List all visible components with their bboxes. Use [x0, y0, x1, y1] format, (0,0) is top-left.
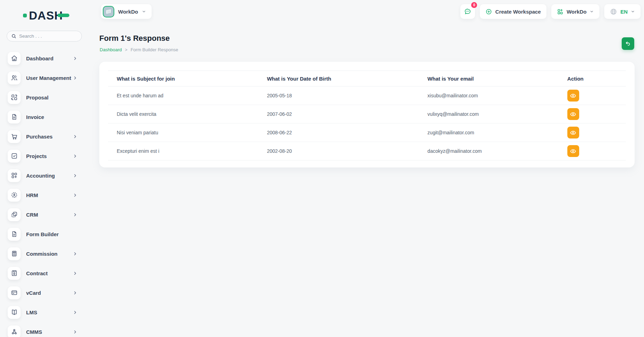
create-workspace-label: Create Workspace — [495, 9, 541, 15]
cell-email: dacokyz@mailinator.com — [419, 142, 559, 160]
sidebar-item-crm[interactable]: CRM — [0, 205, 89, 224]
cell-action — [559, 105, 626, 123]
sidebar-item-user-management[interactable]: User Management — [0, 68, 89, 88]
responses-table: What is Subject for joinWhat is Your Dat… — [108, 70, 626, 160]
chat-icon — [464, 8, 472, 15]
table-body: Et est unde harum ad2005-05-18xisubu@mai… — [108, 87, 626, 160]
cell-subject: Et est unde harum ad — [108, 87, 258, 105]
chevron-right-icon — [73, 56, 77, 61]
table-header-row: What is Subject for joinWhat is Your Dat… — [108, 71, 626, 87]
header-actions: 0 Create Workspace WorkDo EN — [460, 4, 641, 19]
cell-subject: Dicta velit exercita — [108, 105, 258, 123]
cell-action — [559, 87, 626, 105]
page-title: Form 1's Response — [99, 34, 170, 43]
column-header-action: Action — [559, 71, 626, 87]
users-icon — [8, 72, 21, 84]
back-button[interactable] — [622, 37, 634, 50]
breadcrumb-separator-icon: > — [125, 47, 128, 52]
sidebar-item-invoice[interactable]: Invoice — [0, 107, 89, 127]
breadcrumb-current: Form Builder Response — [131, 47, 178, 52]
sidebar-item-label: User Management — [26, 75, 73, 81]
create-workspace-button[interactable]: Create Workspace — [480, 4, 546, 19]
cell-email: zugit@mailinator.com — [419, 123, 559, 142]
chevron-right-icon — [73, 134, 77, 139]
grid-plus-icon — [557, 8, 564, 15]
sidebar-item-contract[interactable]: Contract — [0, 263, 89, 283]
sidebar-item-purchases[interactable]: Purchases — [0, 127, 89, 146]
view-response-button[interactable] — [567, 145, 579, 157]
view-response-button[interactable] — [567, 127, 579, 138]
chevron-right-icon — [73, 154, 77, 158]
book-icon — [8, 306, 21, 319]
main-content: Form 1's Response Dashboard > Form Build… — [89, 22, 644, 337]
sidebar-item-hrm[interactable]: HRM — [0, 185, 89, 205]
plus-circle-icon — [485, 8, 492, 15]
grid-plus-icon — [8, 169, 21, 182]
sidebar-item-accounting[interactable]: Accounting — [0, 166, 89, 185]
search-input[interactable] — [19, 33, 77, 39]
chevron-down-icon — [142, 9, 146, 14]
sidebar-item-label: Purchases — [26, 134, 73, 140]
logo-dash-icon — [58, 14, 69, 17]
table-row: Excepturi enim est i2002-08-20dacokyz@ma… — [108, 142, 626, 160]
sidebar-menu: DashboardUser ManagementProposalInvoiceP… — [0, 48, 89, 337]
sidebar-item-lms[interactable]: LMS — [0, 302, 89, 322]
cart-icon — [8, 130, 21, 143]
sidebar-item-proposal[interactable]: Proposal — [0, 88, 89, 107]
nodes-icon — [8, 325, 21, 337]
view-response-button[interactable] — [567, 108, 579, 120]
chevron-right-icon — [73, 330, 77, 334]
cell-dob: 2002-08-20 — [258, 142, 419, 160]
sidebar-item-vcard[interactable]: vCard — [0, 283, 89, 302]
cell-dob: 2005-05-18 — [258, 87, 419, 105]
chevron-right-icon — [73, 271, 77, 276]
column-header-what-is-your-email: What is Your email — [419, 71, 559, 87]
sidebar-item-label: CMMS — [26, 329, 73, 335]
cell-action — [559, 123, 626, 142]
proposal-icon — [8, 91, 21, 104]
sidebar-search[interactable] — [7, 31, 82, 42]
file-icon — [8, 228, 21, 241]
home-icon — [8, 52, 21, 65]
language-selector[interactable]: EN — [604, 4, 641, 19]
view-response-button[interactable] — [567, 90, 579, 102]
sidebar-item-label: Dashboard — [26, 55, 73, 61]
cell-dob: 2008-06-22 — [258, 123, 419, 142]
sidebar-item-label: Commission — [26, 251, 73, 257]
breadcrumb-dashboard-link[interactable]: Dashboard — [100, 47, 122, 52]
sidebar-item-label: LMS — [26, 309, 73, 315]
sidebar-item-label: Accounting — [26, 173, 73, 179]
messages-button[interactable]: 0 — [460, 4, 475, 19]
chevron-right-icon — [73, 310, 77, 315]
cell-subject: Nisi veniam pariatu — [108, 123, 258, 142]
language-label: EN — [620, 9, 628, 15]
workspace-menu-button[interactable]: WorkDo — [551, 4, 599, 19]
chevron-down-icon — [590, 9, 594, 14]
sidebar-item-projects[interactable]: Projects — [0, 146, 89, 166]
messages-badge: 0 — [471, 2, 477, 8]
top-header: WorkDo 0 Create Workspace WorkDo — [89, 0, 644, 22]
sidebar-item-label: Proposal — [26, 95, 89, 100]
cell-email: vulixyq@mailinator.com — [419, 105, 559, 123]
table-row: Nisi veniam pariatu2008-06-22zugit@maili… — [108, 123, 626, 142]
card-icon — [8, 286, 21, 299]
brand-logo[interactable]: DASH — [23, 8, 89, 22]
cell-dob: 2007-06-02 — [258, 105, 419, 123]
invoice-icon — [8, 111, 21, 123]
cell-subject: Excepturi enim est i — [108, 142, 258, 160]
sidebar-item-dashboard[interactable]: Dashboard — [0, 48, 89, 68]
sidebar-item-label: Form Builder — [26, 231, 89, 237]
sidebar-item-cmms[interactable]: CMMS — [0, 322, 89, 337]
chevron-right-icon — [73, 193, 77, 197]
table-row: Et est unde harum ad2005-05-18xisubu@mai… — [108, 87, 626, 105]
workspace-selector[interactable]: WorkDo — [101, 4, 152, 19]
calculator-icon — [8, 247, 21, 260]
contract-icon — [8, 267, 21, 280]
sidebar-item-form-builder[interactable]: Form Builder — [0, 224, 89, 244]
chevron-right-icon — [73, 252, 77, 256]
sidebar-item-commission[interactable]: Commission — [0, 244, 89, 263]
sidebar-item-label: Contract — [26, 270, 73, 276]
chevron-down-icon — [631, 9, 635, 14]
cell-email: xisubu@mailinator.com — [419, 87, 559, 105]
logo-dot-icon — [23, 14, 27, 17]
